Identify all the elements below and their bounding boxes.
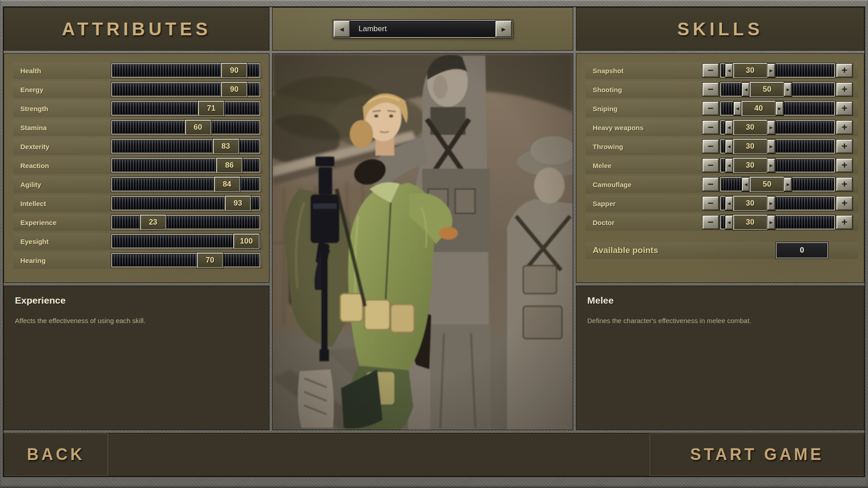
attribute-slider-thumb[interactable]: 70 xyxy=(197,253,223,268)
skill-slider-thumb[interactable]: ◄ 30 ► xyxy=(725,120,775,135)
skill-slider-thumb[interactable]: ◄ 50 ► xyxy=(742,177,792,192)
start-game-button[interactable]: START GAME xyxy=(650,433,864,476)
thumb-right-button[interactable]: ► xyxy=(784,178,792,191)
skill-slider-track[interactable]: ◄ 40 ► xyxy=(720,101,835,116)
skill-decrease-button[interactable]: − xyxy=(703,216,719,229)
skill-slider-track[interactable]: ◄ 30 ► xyxy=(720,139,835,154)
previous-character-button[interactable]: ◄ xyxy=(334,21,350,37)
attribute-slider-thumb[interactable]: 83 xyxy=(212,139,239,154)
skill-slider-thumb[interactable]: ◄ 50 ► xyxy=(742,82,792,97)
attribute-slider[interactable]: 84 xyxy=(111,177,260,192)
thumb-left-button[interactable]: ◄ xyxy=(725,121,733,134)
skill-decrease-button[interactable]: − xyxy=(703,83,719,96)
skill-slider-thumb[interactable]: ◄ 30 ► xyxy=(725,158,775,173)
thumb-left-button[interactable]: ◄ xyxy=(742,83,750,96)
character-name-selector: ◄ Lambert ► xyxy=(333,20,513,38)
attribute-slider[interactable]: 100 xyxy=(111,234,260,249)
skill-slider: − ◄ 30 ► + xyxy=(703,120,853,135)
skill-decrease-button[interactable]: − xyxy=(703,178,719,191)
thumb-left-button[interactable]: ◄ xyxy=(725,140,733,153)
thumb-right-button[interactable]: ► xyxy=(784,83,792,96)
skill-decrease-button[interactable]: − xyxy=(703,159,719,172)
skill-decrease-button[interactable]: − xyxy=(703,64,719,77)
skill-slider-track[interactable]: ◄ 30 ► xyxy=(720,215,835,230)
skill-slider-thumb[interactable]: ◄ 30 ► xyxy=(725,215,775,230)
attribute-row: Energy 90 xyxy=(13,81,263,98)
next-character-button[interactable]: ► xyxy=(495,21,512,37)
thumb-left-button[interactable]: ◄ xyxy=(734,102,741,115)
thumb-left-button[interactable]: ◄ xyxy=(725,159,733,172)
skill-value: 50 xyxy=(750,82,784,97)
skill-increase-button[interactable]: + xyxy=(836,121,853,134)
skill-row: Sniping − ◄ 40 ► + xyxy=(585,100,858,117)
skill-increase-button[interactable]: + xyxy=(836,140,853,153)
skill-increase-button[interactable]: + xyxy=(836,83,853,96)
attribute-slider[interactable]: 70 xyxy=(111,253,260,267)
attribute-slider[interactable]: 71 xyxy=(111,101,260,116)
thumb-right-button[interactable]: ► xyxy=(767,140,775,153)
attribute-slider[interactable]: 23 xyxy=(111,215,260,230)
thumb-left-button[interactable]: ◄ xyxy=(725,197,733,210)
skill-decrease-button[interactable]: − xyxy=(703,121,719,134)
attribute-slider-thumb[interactable]: 90 xyxy=(221,82,247,97)
attribute-slider-thumb[interactable]: 100 xyxy=(233,234,259,249)
small-left-arrow-icon: ◄ xyxy=(744,87,749,92)
attribute-slider-thumb[interactable]: 71 xyxy=(198,101,224,116)
attribute-slider-thumb[interactable]: 86 xyxy=(216,158,242,173)
attribute-slider-thumb[interactable]: 60 xyxy=(185,120,211,135)
thumb-left-button[interactable]: ◄ xyxy=(725,216,733,229)
thumb-left-button[interactable]: ◄ xyxy=(725,64,733,77)
skill-value: 30 xyxy=(733,139,767,154)
skill-slider-track[interactable]: ◄ 30 ► xyxy=(720,63,835,78)
skill-increase-button[interactable]: + xyxy=(836,64,853,77)
attribute-slider-thumb[interactable]: 84 xyxy=(214,177,240,192)
skill-decrease-button[interactable]: − xyxy=(703,102,719,115)
back-button[interactable]: BACK xyxy=(4,433,108,476)
thumb-left-button[interactable]: ◄ xyxy=(742,178,750,191)
thumb-right-button[interactable]: ► xyxy=(776,102,783,115)
small-left-arrow-icon: ◄ xyxy=(726,201,731,206)
attribute-slider-thumb[interactable]: 93 xyxy=(225,196,251,211)
skill-value: 40 xyxy=(741,101,776,116)
thumb-right-button[interactable]: ► xyxy=(767,64,775,77)
attribute-row: Stamina 60 xyxy=(13,119,263,136)
skill-slider-track[interactable]: ◄ 50 ► xyxy=(720,177,835,192)
skill-slider-thumb[interactable]: ◄ 30 ► xyxy=(725,196,775,211)
small-left-arrow-icon: ◄ xyxy=(726,125,731,130)
attribute-slider-thumb[interactable]: 23 xyxy=(140,215,166,230)
attribute-slider[interactable]: 83 xyxy=(111,139,260,154)
skill-increase-button[interactable]: + xyxy=(836,159,853,172)
skill-description-title: Melee xyxy=(587,295,853,306)
thumb-right-button[interactable]: ► xyxy=(767,216,775,229)
skill-slider-track[interactable]: ◄ 30 ► xyxy=(720,120,835,135)
character-name-field[interactable]: Lambert xyxy=(350,21,495,37)
skill-decrease-button[interactable]: − xyxy=(703,197,719,210)
skill-increase-button[interactable]: + xyxy=(836,178,853,191)
skill-slider-thumb[interactable]: ◄ 30 ► xyxy=(725,139,775,154)
skill-slider-track[interactable]: ◄ 30 ► xyxy=(720,196,835,211)
attribute-slider[interactable]: 90 xyxy=(111,63,260,78)
attributes-panel: Health 90 Energy 90 Strength 71 Stamina … xyxy=(4,53,269,283)
attribute-slider[interactable]: 93 xyxy=(111,196,260,211)
skill-increase-button[interactable]: + xyxy=(836,216,853,229)
thumb-right-button[interactable]: ► xyxy=(767,159,775,172)
skill-increase-button[interactable]: + xyxy=(836,197,853,210)
thumb-right-button[interactable]: ► xyxy=(767,197,775,210)
skill-slider-thumb[interactable]: ◄ 30 ► xyxy=(725,63,775,78)
attribute-slider-thumb[interactable]: 90 xyxy=(221,63,247,78)
skill-slider: − ◄ 30 ► + xyxy=(703,63,853,78)
skill-decrease-button[interactable]: − xyxy=(703,140,719,153)
attribute-slider[interactable]: 90 xyxy=(111,82,260,97)
attribute-slider[interactable]: 86 xyxy=(111,158,260,173)
skill-slider-thumb[interactable]: ◄ 40 ► xyxy=(734,101,783,116)
skill-slider-track[interactable]: ◄ 50 ► xyxy=(720,82,835,97)
small-right-arrow-icon: ► xyxy=(786,182,791,187)
attribute-row: Health 90 xyxy=(13,62,263,79)
thumb-right-button[interactable]: ► xyxy=(767,121,775,134)
skill-label: Shooting xyxy=(585,86,703,94)
skill-slider: − ◄ 30 ► + xyxy=(703,158,853,173)
character-header: ◄ Lambert ► xyxy=(272,7,573,51)
skill-slider-track[interactable]: ◄ 30 ► xyxy=(720,158,835,173)
attribute-slider[interactable]: 60 xyxy=(111,120,260,135)
skill-increase-button[interactable]: + xyxy=(836,102,853,115)
